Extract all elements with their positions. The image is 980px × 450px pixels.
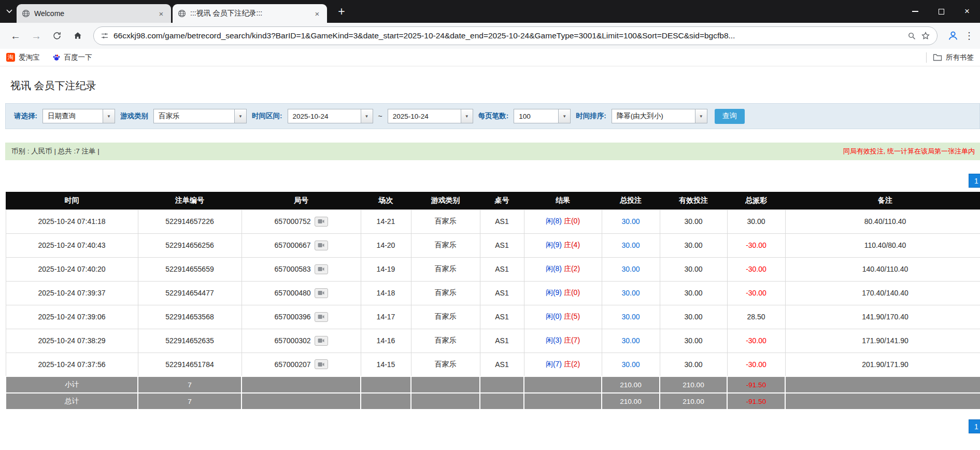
column-header: 时间 [6, 192, 138, 209]
chevron-down-icon[interactable]: ▼ [558, 109, 570, 123]
divider [926, 52, 927, 63]
home-button[interactable] [68, 26, 87, 45]
mode-select[interactable]: 日期查询 ▼ [42, 109, 115, 123]
chevron-down-icon[interactable]: ▼ [461, 109, 473, 123]
table-header-row: 时间注单编号局号场次游戏类别桌号结果总投注有效投注总派彩备注 [6, 192, 980, 209]
game-cell: 百家乐 [411, 281, 480, 305]
date-end-value: 2025-10-24 [388, 109, 461, 123]
total-bet-link[interactable]: 30.00 [621, 313, 640, 321]
round-cell: 657000752 [242, 209, 361, 233]
url-bar[interactable]: 66cxkj98.com/game/betrecord_search/kind3… [93, 26, 938, 45]
time-cell: 2025-10-24 07:38:29 [6, 329, 138, 353]
total-bet-link[interactable]: 30.00 [621, 217, 640, 226]
page-1-button[interactable]: 1 [969, 174, 980, 188]
column-header: 注单编号 [138, 192, 242, 209]
close-window-button[interactable]: × [954, 0, 980, 23]
sort-select[interactable]: 降幂(由大到小) ▼ [612, 109, 707, 123]
chevron-down-icon[interactable]: ▼ [695, 109, 707, 123]
tab-close-icon[interactable]: × [157, 9, 166, 18]
game-type-select-value: 百家乐 [154, 109, 234, 123]
new-tab-button[interactable]: + [333, 3, 350, 20]
remark-cell: 201.90/171.90 [785, 353, 980, 376]
video-replay-icon[interactable] [315, 312, 328, 322]
back-button[interactable]: ← [6, 26, 25, 45]
column-header: 有效投注 [660, 192, 727, 209]
bookmark-baidu[interactable]: 百度一下 [52, 53, 92, 62]
total-bet-link[interactable]: 30.00 [621, 241, 640, 249]
game-type-select[interactable]: 百家乐 ▼ [153, 109, 247, 123]
refresh-button[interactable] [48, 26, 66, 45]
maximize-icon [939, 9, 944, 15]
summary-bar: 币别 : 人民币 | 总共 :7 注单 | 同局有效投注, 统一计算在该局第一张… [5, 143, 980, 160]
search-button[interactable]: 查询 [715, 109, 745, 124]
round-number: 657000480 [274, 289, 310, 297]
forward-button[interactable]: → [27, 26, 46, 45]
remark-cell: 141.90/170.40 [785, 305, 980, 329]
video-replay-icon[interactable] [315, 264, 328, 274]
round-cell: 657000302 [242, 329, 361, 353]
maximize-button[interactable] [928, 0, 954, 23]
profile-icon[interactable] [944, 26, 962, 45]
round-number: 657000396 [274, 313, 310, 321]
total-bet-link[interactable]: 30.00 [621, 336, 640, 345]
session-cell: 14-17 [361, 305, 411, 329]
total-bet-cell: 30.00 [602, 305, 660, 329]
result-cell: 闲(0) 庄(5) [524, 305, 602, 329]
round-number: 657000207 [274, 360, 310, 369]
session-cell: 14-20 [361, 233, 411, 257]
page-1-button[interactable]: 1 [969, 419, 980, 433]
minimize-button[interactable] [902, 0, 928, 23]
round-cell: 657000207 [242, 353, 361, 376]
chevron-down-icon[interactable]: ▼ [234, 109, 246, 123]
valid-bet-cell: 30.00 [660, 209, 727, 233]
mode-label: 请选择: [14, 111, 37, 121]
bookmark-taobao[interactable]: 淘 爱淘宝 [6, 53, 40, 62]
minimize-icon [912, 11, 918, 12]
payout-cell: -30.00 [727, 329, 785, 353]
result-player: 闲(3) [546, 336, 562, 344]
video-replay-icon[interactable] [315, 336, 328, 346]
video-replay-icon[interactable] [315, 241, 328, 250]
per-page-select[interactable]: 100 ▼ [514, 109, 571, 123]
sum-total-bet-cell: 210.00 [602, 376, 660, 393]
table-no-cell: AS1 [480, 209, 524, 233]
total-bet-link[interactable]: 30.00 [621, 265, 640, 273]
all-bookmarks-button[interactable]: 所有书签 [933, 53, 974, 62]
bookmark-label: 爱淘宝 [19, 53, 40, 62]
session-cell: 14-18 [361, 281, 411, 305]
currency-total-text: 币别 : 人民币 | 总共 :7 注单 | [11, 147, 100, 156]
tab-close-icon[interactable]: × [313, 9, 322, 18]
result-player: 闲(7) [546, 360, 562, 368]
zoom-icon[interactable] [907, 32, 916, 40]
globe-icon [178, 9, 186, 18]
browser-toolbar: ← → 66cxkj98.com/game/betrecord_search/k… [0, 23, 980, 49]
column-header: 备注 [785, 192, 980, 209]
game-cell: 百家乐 [411, 329, 480, 353]
time-cell: 2025-10-24 07:40:20 [6, 257, 138, 281]
bookmarks-right-section: 所有书签 [926, 52, 974, 63]
tab-list-chevron-icon[interactable] [2, 0, 17, 23]
per-page-label: 每页笔数: [478, 111, 509, 121]
total-bet-link[interactable]: 30.00 [621, 289, 640, 297]
result-player: 闲(8) [546, 264, 562, 273]
bookmark-star-icon[interactable] [921, 31, 930, 40]
chevron-down-icon[interactable]: ▼ [361, 109, 373, 123]
game-type-label: 游戏类别 [120, 111, 148, 121]
valid-bet-cell: 30.00 [660, 305, 727, 329]
video-replay-icon[interactable] [315, 217, 328, 227]
column-header: 场次 [361, 192, 411, 209]
site-settings-icon[interactable] [101, 32, 109, 40]
video-replay-icon[interactable] [315, 359, 328, 369]
session-cell: 14-15 [361, 353, 411, 376]
chevron-down-icon[interactable]: ▼ [103, 109, 115, 123]
video-replay-icon[interactable] [315, 288, 328, 298]
window-controls: × [902, 0, 980, 23]
total-bet-link[interactable]: 30.00 [621, 360, 640, 369]
more-menu-icon[interactable]: ⋮ [964, 26, 974, 45]
tab-welcome[interactable]: Welcome × [17, 4, 171, 23]
date-end-select[interactable]: 2025-10-24 ▼ [388, 109, 473, 123]
total-bet-cell: 30.00 [602, 329, 660, 353]
folder-icon [933, 53, 942, 61]
tab-betrecord[interactable]: :::视讯 会员下注纪录::: × [173, 4, 327, 23]
date-start-select[interactable]: 2025-10-24 ▼ [288, 109, 373, 123]
